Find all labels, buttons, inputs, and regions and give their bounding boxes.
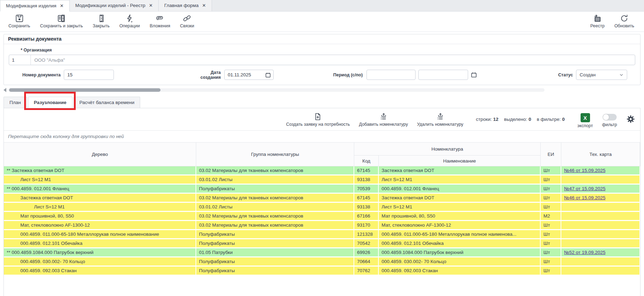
window-tab-registry[interactable]: Модификации изделий - Реестр ✕ [70,0,159,11]
add-nomenclature-button[interactable]: Добавить номенклатуру [359,112,408,127]
techcard-cell[interactable] [561,212,640,221]
table-row[interactable]: ** 000.4859.1084.000 Патрубок верхний 01… [4,248,640,257]
operations-button[interactable]: Операции [115,13,145,29]
doc-number-input[interactable] [64,70,114,80]
tree-cell[interactable]: 000.4859. 092.003 Стакан [4,267,196,276]
code-cell[interactable]: 69926 [354,248,379,257]
attachments-button[interactable]: Вложения [145,13,175,29]
unit-cell[interactable]: Шт [541,267,561,276]
links-button[interactable]: Связки [175,13,199,29]
table-row[interactable]: Застежка ответная DOT 03.02 Материалы дл… [4,194,640,203]
techcard-cell[interactable] [561,175,640,185]
group-cell[interactable]: Полуфабрикаты [196,257,354,267]
registry-button[interactable]: Реестр [585,13,610,29]
status-select[interactable]: Создан [576,70,627,80]
scrollbar-track[interactable] [8,88,544,92]
column-header-techcard[interactable]: Тех. карта [561,143,640,166]
period-from-input[interactable] [366,70,416,80]
name-cell[interactable]: Застежка ответная DOT [379,194,541,203]
unit-cell[interactable]: Шт [541,230,561,239]
code-cell[interactable]: 93170 [354,221,379,230]
tab-plan[interactable]: План [4,97,27,108]
techcard-cell[interactable]: №47 от 15.09.2025 [561,185,640,194]
code-cell[interactable]: 93138 [354,175,379,185]
tree-cell[interactable]: 000.4859. 030.002- 70 Кольцо [4,257,196,267]
unit-cell[interactable]: Шт [541,175,561,185]
scroll-left-arrow[interactable] [4,88,6,92]
tree-cell[interactable]: Лист S=12 М1 [4,175,196,185]
column-header-group[interactable]: Группа номенклатуры [196,143,354,166]
code-cell[interactable]: 70542 [354,239,379,248]
table-row[interactable]: Мат, стекловолокно AF-1300-12 03.02 Мате… [4,221,640,230]
table-row[interactable]: 000.4859. 011.000-65-180 Металлорукав по… [4,230,640,239]
code-cell[interactable]: 70664 [354,257,379,267]
unit-cell[interactable]: Шт [541,203,561,212]
group-cell[interactable]: 03.02 Материалы для тканевых компенсатор… [196,221,354,230]
group-cell[interactable]: 03.02 Материалы для тканевых компенсатор… [196,212,354,221]
techcard-cell[interactable] [561,230,640,239]
refresh-button[interactable]: Обновить [609,13,639,29]
column-header-unit[interactable]: ЕИ [541,143,561,166]
tree-cell[interactable]: Мат прошивной, 80, S50 [4,212,196,221]
column-header-name[interactable]: Наименование [379,156,541,166]
tree-cell[interactable]: 000.4859. 012.101 Обечайка [4,239,196,248]
group-cell[interactable]: Полуфабрикаты [196,239,354,248]
name-cell[interactable]: 000.4859. 030.002- 70 Кольцо [379,257,541,267]
unit-cell[interactable]: Шт [541,194,561,203]
tree-cell[interactable]: ** 000.4859.1084.000 Патрубок верхний [4,248,196,257]
close-icon[interactable]: ✕ [60,3,64,8]
tab-razuzlovanie[interactable]: Разузлование [28,97,73,108]
calendar-icon[interactable] [265,72,271,78]
save-and-close-button[interactable]: Сохранить и закрыть [35,13,88,29]
techcard-cell[interactable] [561,267,640,276]
group-cell[interactable]: 03.02 Материалы для тканевых компенсатор… [196,166,354,175]
close-icon[interactable]: ✕ [149,3,153,8]
code-cell[interactable]: 67166 [354,212,379,221]
name-cell[interactable]: 000.4859. 012.001 Фланец [379,185,541,194]
techcard-cell[interactable] [561,239,640,248]
name-cell[interactable]: 000.4859.1084.000 Патрубок верхний [379,248,541,257]
column-header-nomenclature[interactable]: Номенклатура [354,143,541,156]
settings-button[interactable] [626,112,635,125]
export-button[interactable]: X экспорт [577,112,593,128]
organization-name-input[interactable]: ООО "Альфа" [31,55,635,65]
organization-field[interactable]: 1 ООО "Альфа" [9,55,635,65]
unit-cell[interactable]: Шт [541,166,561,175]
unit-cell[interactable]: Шт [541,185,561,194]
table-row[interactable]: Мат прошивной, 80, S50 03.02 Материалы д… [4,212,640,221]
code-cell[interactable]: 67145 [354,194,379,203]
unit-cell[interactable]: М2 [541,212,561,221]
table-row[interactable]: ** Застежка ответная DOT 03.02 Материалы… [4,166,640,175]
code-cell[interactable]: 121328 [354,230,379,239]
group-cell[interactable]: Полуфабрикаты [196,185,354,194]
group-cell[interactable]: 03.01.02 Листы [196,175,354,185]
table-row[interactable]: 000.4859. 030.002- 70 Кольцо Полуфабрика… [4,257,640,267]
window-tab-modification[interactable]: Модификация изделия ✕ [0,0,70,12]
column-header-code[interactable]: Код [354,156,379,166]
tree-cell[interactable]: Мат, стекловолокно AF-1300-12 [4,221,196,230]
table-row[interactable]: 000.4859. 012.101 Обечайка Полуфабрикаты… [4,239,640,248]
code-cell[interactable]: 93138 [354,203,379,212]
tab-time-balance[interactable]: Расчёт баланса времени [74,97,141,108]
toggle-off-icon[interactable] [603,114,617,121]
name-cell[interactable]: Лист S=12 М1 [379,175,541,185]
name-cell[interactable]: Мат, стекловолокно AF-1300-12 [379,221,541,230]
table-row[interactable]: 000.4859. 092.003 Стакан Полуфабрикаты 7… [4,267,640,276]
table-row[interactable]: Лист S=12 М1 03.01.02 Листы 93138 Лист S… [4,175,640,185]
tree-cell[interactable]: ** Застежка ответная DOT [4,166,196,175]
delete-nomenclature-button[interactable]: Удалить номенклатуру [417,112,463,127]
code-cell[interactable]: 70539 [354,185,379,194]
period-to-input[interactable] [418,70,468,80]
calendar-icon[interactable] [471,72,477,78]
unit-cell[interactable]: Шт [541,239,561,248]
techcard-cell[interactable] [561,203,640,212]
techcard-cell[interactable]: №46 от 15.09.2025 [561,166,640,175]
filter-toggle[interactable]: фильтр [602,112,617,127]
techcard-cell[interactable]: №52 от 19.09.2025 [561,248,640,257]
name-cell[interactable]: 000.4859. 011.000-65-180 Металлорукав по… [379,230,541,239]
techcard-cell[interactable] [561,257,640,267]
techcard-link[interactable]: №47 от 15.09.2025 [564,186,605,191]
table-row[interactable]: ** 000.4859. 012.001 Фланец Полуфабрикат… [4,185,640,194]
tree-cell[interactable]: Застежка ответная DOT [4,194,196,203]
name-cell[interactable]: Мат прошивной, 80, S50 [379,212,541,221]
